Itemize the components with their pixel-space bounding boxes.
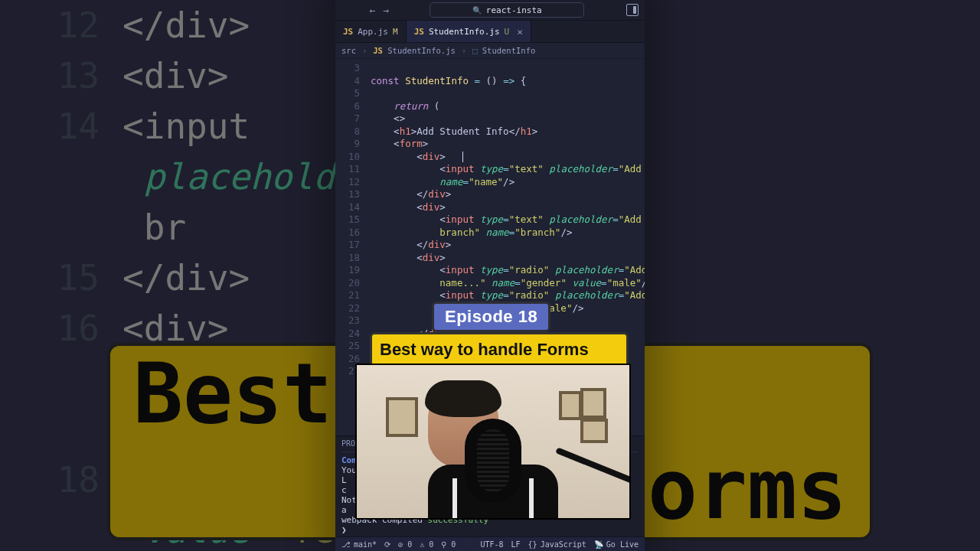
status-lang[interactable]: {} JavaScript	[528, 540, 586, 549]
episode-badge: Episode 18	[432, 302, 550, 332]
term-prompt[interactable]: ❯	[341, 525, 639, 535]
nav-arrows[interactable]: ← →	[370, 5, 390, 16]
js-file-icon: JS	[343, 27, 353, 37]
chevron-right-icon: ›	[462, 46, 466, 55]
braces-icon: {}	[528, 540, 537, 549]
status-branch[interactable]: ⎇ main*	[341, 540, 377, 549]
tab-label: StudentInfo.js	[429, 27, 500, 37]
tab-badge: U	[505, 27, 510, 37]
video-title-line1: Best way to handle Forms	[380, 339, 619, 360]
status-bar: ⎇ main* ⟳ ⊘ 0 ⚠ 0 ⚲ 0 UTF-8 LF {} JavaSc…	[335, 536, 645, 551]
status-sync-icon[interactable]: ⟳	[384, 540, 390, 549]
breadcrumb-item[interactable]: JS StudentInfo.js	[373, 46, 455, 55]
status-encoding[interactable]: UTF-8	[480, 540, 503, 549]
status-warnings[interactable]: ⚠ 0	[420, 540, 433, 549]
presenter-webcam	[355, 364, 631, 520]
git-branch-icon: ⎇	[341, 540, 351, 549]
nav-forward-icon[interactable]: →	[384, 5, 390, 16]
editor-tabs: JSApp.jsMJSStudentInfo.jsU×	[335, 21, 645, 43]
breadcrumb-item[interactable]: src	[341, 46, 356, 55]
status-eol[interactable]: LF	[511, 540, 521, 549]
breadcrumb-item[interactable]: ⬚ StudentInfo	[472, 46, 535, 55]
broadcast-icon: 📡	[594, 540, 603, 549]
layout-panel-icon[interactable]	[626, 4, 639, 16]
titlebar: ← → react-insta	[335, 0, 645, 21]
tab-app-js[interactable]: JSApp.jsM	[335, 21, 407, 42]
chevron-right-icon: ›	[362, 46, 367, 55]
tab-label: App.js	[358, 27, 388, 37]
js-file-icon: JS	[373, 46, 383, 55]
nav-back-icon[interactable]: ←	[370, 5, 376, 16]
js-file-icon: JS	[414, 27, 424, 37]
status-errors[interactable]: ⊘ 0	[398, 540, 412, 549]
status-golive[interactable]: 📡 Go Live	[594, 540, 639, 549]
term-l1: Com	[341, 455, 357, 465]
command-search[interactable]: react-insta	[430, 2, 584, 18]
microphone-icon	[465, 419, 521, 503]
terminal-tab[interactable]: PRO	[341, 439, 355, 450]
tab-badge: M	[393, 27, 398, 37]
tab-studentinfo-js[interactable]: JSStudentInfo.jsU×	[407, 21, 531, 42]
search-text: react-insta	[486, 5, 542, 15]
status-ports[interactable]: ⚲ 0	[441, 540, 456, 549]
breadcrumb[interactable]: src›JS StudentInfo.js›⬚ StudentInfo	[335, 43, 645, 59]
symbol-icon: ⬚	[472, 46, 477, 55]
close-icon[interactable]: ×	[517, 27, 523, 37]
